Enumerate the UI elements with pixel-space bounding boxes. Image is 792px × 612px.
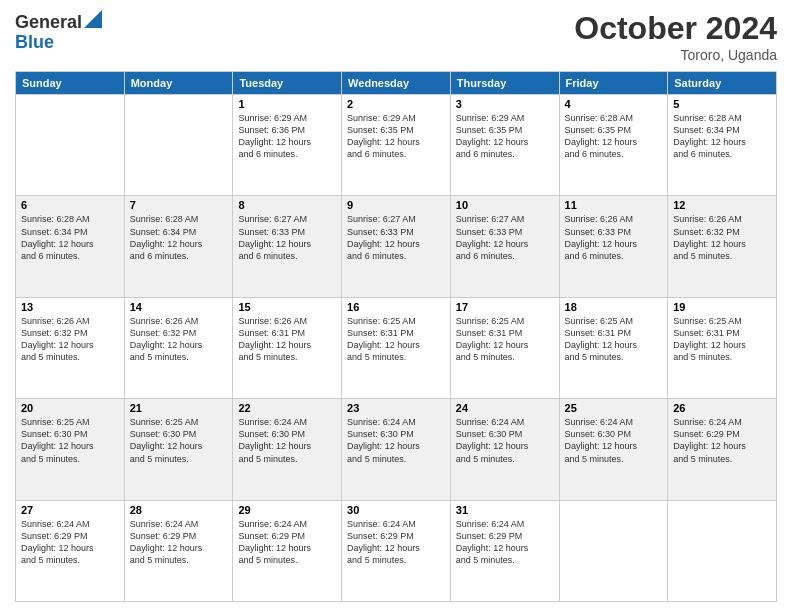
calendar-day-1-1: 7Sunrise: 6:28 AM Sunset: 6:34 PM Daylig… bbox=[124, 196, 233, 297]
day-number: 28 bbox=[130, 504, 228, 516]
day-number: 19 bbox=[673, 301, 771, 313]
day-detail: Sunrise: 6:28 AM Sunset: 6:35 PM Dayligh… bbox=[565, 112, 663, 161]
header-sunday: Sunday bbox=[16, 72, 125, 95]
calendar-day-2-3: 16Sunrise: 6:25 AM Sunset: 6:31 PM Dayli… bbox=[342, 297, 451, 398]
day-number: 31 bbox=[456, 504, 554, 516]
calendar-day-0-3: 2Sunrise: 6:29 AM Sunset: 6:35 PM Daylig… bbox=[342, 95, 451, 196]
day-number: 25 bbox=[565, 402, 663, 414]
calendar-day-4-4: 31Sunrise: 6:24 AM Sunset: 6:29 PM Dayli… bbox=[450, 500, 559, 601]
calendar-day-4-0: 27Sunrise: 6:24 AM Sunset: 6:29 PM Dayli… bbox=[16, 500, 125, 601]
day-detail: Sunrise: 6:26 AM Sunset: 6:32 PM Dayligh… bbox=[130, 315, 228, 364]
day-number: 15 bbox=[238, 301, 336, 313]
calendar-week-4: 20Sunrise: 6:25 AM Sunset: 6:30 PM Dayli… bbox=[16, 399, 777, 500]
calendar-day-2-5: 18Sunrise: 6:25 AM Sunset: 6:31 PM Dayli… bbox=[559, 297, 668, 398]
calendar-day-0-4: 3Sunrise: 6:29 AM Sunset: 6:35 PM Daylig… bbox=[450, 95, 559, 196]
day-detail: Sunrise: 6:24 AM Sunset: 6:30 PM Dayligh… bbox=[565, 416, 663, 465]
calendar-day-3-3: 23Sunrise: 6:24 AM Sunset: 6:30 PM Dayli… bbox=[342, 399, 451, 500]
day-number: 7 bbox=[130, 199, 228, 211]
day-number: 4 bbox=[565, 98, 663, 110]
calendar-day-3-5: 25Sunrise: 6:24 AM Sunset: 6:30 PM Dayli… bbox=[559, 399, 668, 500]
calendar-day-3-1: 21Sunrise: 6:25 AM Sunset: 6:30 PM Dayli… bbox=[124, 399, 233, 500]
page: General Blue October 2024 Tororo, Uganda… bbox=[0, 0, 792, 612]
day-number: 23 bbox=[347, 402, 445, 414]
day-number: 10 bbox=[456, 199, 554, 211]
calendar-day-2-0: 13Sunrise: 6:26 AM Sunset: 6:32 PM Dayli… bbox=[16, 297, 125, 398]
day-number: 24 bbox=[456, 402, 554, 414]
day-detail: Sunrise: 6:28 AM Sunset: 6:34 PM Dayligh… bbox=[21, 213, 119, 262]
day-number: 11 bbox=[565, 199, 663, 211]
day-number: 21 bbox=[130, 402, 228, 414]
day-detail: Sunrise: 6:25 AM Sunset: 6:30 PM Dayligh… bbox=[21, 416, 119, 465]
calendar-day-1-2: 8Sunrise: 6:27 AM Sunset: 6:33 PM Daylig… bbox=[233, 196, 342, 297]
svg-marker-0 bbox=[84, 10, 102, 28]
calendar-day-0-2: 1Sunrise: 6:29 AM Sunset: 6:36 PM Daylig… bbox=[233, 95, 342, 196]
day-detail: Sunrise: 6:26 AM Sunset: 6:33 PM Dayligh… bbox=[565, 213, 663, 262]
day-number: 18 bbox=[565, 301, 663, 313]
day-detail: Sunrise: 6:29 AM Sunset: 6:35 PM Dayligh… bbox=[456, 112, 554, 161]
calendar-week-3: 13Sunrise: 6:26 AM Sunset: 6:32 PM Dayli… bbox=[16, 297, 777, 398]
calendar-day-2-6: 19Sunrise: 6:25 AM Sunset: 6:31 PM Dayli… bbox=[668, 297, 777, 398]
calendar-day-4-6 bbox=[668, 500, 777, 601]
logo-triangle-icon bbox=[84, 10, 102, 28]
day-number: 9 bbox=[347, 199, 445, 211]
calendar-day-1-5: 11Sunrise: 6:26 AM Sunset: 6:33 PM Dayli… bbox=[559, 196, 668, 297]
header-friday: Friday bbox=[559, 72, 668, 95]
day-number: 27 bbox=[21, 504, 119, 516]
day-number: 30 bbox=[347, 504, 445, 516]
calendar-day-3-6: 26Sunrise: 6:24 AM Sunset: 6:29 PM Dayli… bbox=[668, 399, 777, 500]
calendar-day-3-2: 22Sunrise: 6:24 AM Sunset: 6:30 PM Dayli… bbox=[233, 399, 342, 500]
day-number: 3 bbox=[456, 98, 554, 110]
logo: General Blue bbox=[15, 10, 102, 53]
day-detail: Sunrise: 6:27 AM Sunset: 6:33 PM Dayligh… bbox=[347, 213, 445, 262]
day-number: 16 bbox=[347, 301, 445, 313]
calendar-day-2-4: 17Sunrise: 6:25 AM Sunset: 6:31 PM Dayli… bbox=[450, 297, 559, 398]
day-number: 1 bbox=[238, 98, 336, 110]
day-detail: Sunrise: 6:26 AM Sunset: 6:32 PM Dayligh… bbox=[21, 315, 119, 364]
day-detail: Sunrise: 6:26 AM Sunset: 6:31 PM Dayligh… bbox=[238, 315, 336, 364]
day-number: 20 bbox=[21, 402, 119, 414]
day-detail: Sunrise: 6:29 AM Sunset: 6:35 PM Dayligh… bbox=[347, 112, 445, 161]
day-detail: Sunrise: 6:29 AM Sunset: 6:36 PM Dayligh… bbox=[238, 112, 336, 161]
calendar-day-1-3: 9Sunrise: 6:27 AM Sunset: 6:33 PM Daylig… bbox=[342, 196, 451, 297]
header-tuesday: Tuesday bbox=[233, 72, 342, 95]
day-number: 29 bbox=[238, 504, 336, 516]
calendar-day-2-1: 14Sunrise: 6:26 AM Sunset: 6:32 PM Dayli… bbox=[124, 297, 233, 398]
header-wednesday: Wednesday bbox=[342, 72, 451, 95]
location: Tororo, Uganda bbox=[574, 47, 777, 63]
calendar-day-1-0: 6Sunrise: 6:28 AM Sunset: 6:34 PM Daylig… bbox=[16, 196, 125, 297]
day-number: 8 bbox=[238, 199, 336, 211]
day-detail: Sunrise: 6:28 AM Sunset: 6:34 PM Dayligh… bbox=[673, 112, 771, 161]
logo-line2: Blue bbox=[15, 33, 102, 53]
calendar-day-4-5 bbox=[559, 500, 668, 601]
day-number: 26 bbox=[673, 402, 771, 414]
calendar-header-row: Sunday Monday Tuesday Wednesday Thursday… bbox=[16, 72, 777, 95]
day-detail: Sunrise: 6:24 AM Sunset: 6:30 PM Dayligh… bbox=[347, 416, 445, 465]
header-thursday: Thursday bbox=[450, 72, 559, 95]
day-number: 12 bbox=[673, 199, 771, 211]
day-detail: Sunrise: 6:26 AM Sunset: 6:32 PM Dayligh… bbox=[673, 213, 771, 262]
calendar-week-1: 1Sunrise: 6:29 AM Sunset: 6:36 PM Daylig… bbox=[16, 95, 777, 196]
calendar-day-4-1: 28Sunrise: 6:24 AM Sunset: 6:29 PM Dayli… bbox=[124, 500, 233, 601]
day-number: 6 bbox=[21, 199, 119, 211]
header-saturday: Saturday bbox=[668, 72, 777, 95]
calendar-day-4-2: 29Sunrise: 6:24 AM Sunset: 6:29 PM Dayli… bbox=[233, 500, 342, 601]
calendar-table: Sunday Monday Tuesday Wednesday Thursday… bbox=[15, 71, 777, 602]
header-monday: Monday bbox=[124, 72, 233, 95]
day-number: 22 bbox=[238, 402, 336, 414]
day-detail: Sunrise: 6:24 AM Sunset: 6:29 PM Dayligh… bbox=[347, 518, 445, 567]
day-detail: Sunrise: 6:24 AM Sunset: 6:29 PM Dayligh… bbox=[673, 416, 771, 465]
day-detail: Sunrise: 6:24 AM Sunset: 6:29 PM Dayligh… bbox=[238, 518, 336, 567]
day-detail: Sunrise: 6:25 AM Sunset: 6:31 PM Dayligh… bbox=[456, 315, 554, 364]
calendar-day-1-6: 12Sunrise: 6:26 AM Sunset: 6:32 PM Dayli… bbox=[668, 196, 777, 297]
day-number: 13 bbox=[21, 301, 119, 313]
calendar-week-5: 27Sunrise: 6:24 AM Sunset: 6:29 PM Dayli… bbox=[16, 500, 777, 601]
day-number: 17 bbox=[456, 301, 554, 313]
header: General Blue October 2024 Tororo, Uganda bbox=[15, 10, 777, 63]
day-detail: Sunrise: 6:25 AM Sunset: 6:31 PM Dayligh… bbox=[347, 315, 445, 364]
calendar-day-2-2: 15Sunrise: 6:26 AM Sunset: 6:31 PM Dayli… bbox=[233, 297, 342, 398]
day-number: 14 bbox=[130, 301, 228, 313]
day-detail: Sunrise: 6:27 AM Sunset: 6:33 PM Dayligh… bbox=[456, 213, 554, 262]
day-detail: Sunrise: 6:25 AM Sunset: 6:30 PM Dayligh… bbox=[130, 416, 228, 465]
day-detail: Sunrise: 6:24 AM Sunset: 6:29 PM Dayligh… bbox=[21, 518, 119, 567]
calendar-day-0-6: 5Sunrise: 6:28 AM Sunset: 6:34 PM Daylig… bbox=[668, 95, 777, 196]
